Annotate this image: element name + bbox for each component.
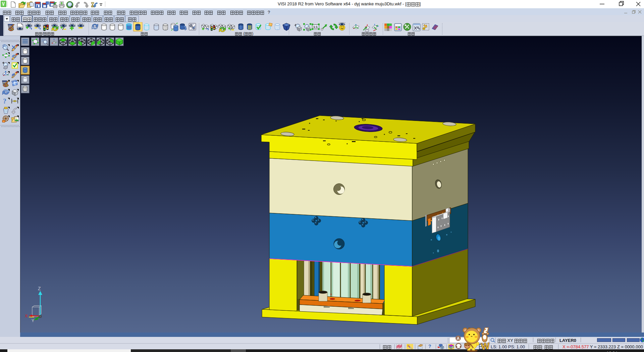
svg-text:?: ? [3, 97, 6, 105]
svg-text:W: W [481, 341, 490, 352]
svg-text:X: X [25, 313, 28, 318]
svg-text:Z: Z [38, 286, 41, 291]
svg-text:Y: Y [32, 318, 34, 323]
svg-text:1:1: 1:1 [313, 25, 318, 29]
svg-text:A: A [457, 336, 460, 341]
